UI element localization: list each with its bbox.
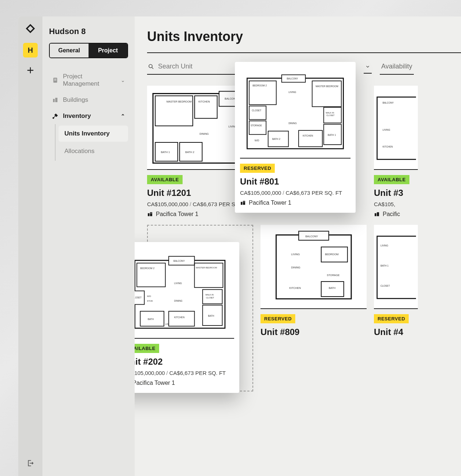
app-window: H Hudson 8 General Project Project Manag… <box>18 16 461 476</box>
unit-name: Unit #202 <box>135 357 234 367</box>
svg-text:BEDROOM: BEDROOM <box>325 253 338 256</box>
svg-rect-31 <box>377 212 379 216</box>
svg-text:BATH: BATH <box>329 287 336 290</box>
unit-name: Unit #4 <box>374 327 418 337</box>
page-title: Units Inventory <box>147 29 461 44</box>
document-icon <box>52 77 59 83</box>
floorplan-thumb: BALCONY LIVING BEDROOM DINING STORAGE KI… <box>261 225 367 309</box>
add-project-button[interactable] <box>26 66 34 74</box>
svg-text:BALCONY: BALCONY <box>382 102 394 104</box>
sidebar-tabs: General Project <box>49 43 128 58</box>
unit-card[interactable]: BALCONY LIVING KITCHEN AVAILABLE Unit #3… <box>374 86 418 217</box>
svg-rect-32 <box>276 235 351 299</box>
svg-text:WALK-IN: WALK-IN <box>326 112 334 114</box>
sidebar-item-label: Buildings <box>63 96 88 104</box>
unit-building: Pacifica Tower 1 <box>135 380 234 386</box>
svg-text:LIVING: LIVING <box>381 244 388 247</box>
svg-text:BATH 2: BATH 2 <box>185 151 194 154</box>
building-icon <box>147 211 153 217</box>
svg-rect-4 <box>54 80 56 81</box>
svg-text:CLOSET: CLOSET <box>326 114 335 116</box>
unit-card[interactable]: BALCONY LIVING BEDROOM DINING STORAGE KI… <box>261 225 367 340</box>
unit-name: Unit #809 <box>261 327 367 337</box>
svg-text:LIN.: LIN. <box>165 323 169 325</box>
availability-filter[interactable] <box>364 62 372 74</box>
svg-rect-24 <box>150 213 151 213</box>
svg-text:BATH: BATH <box>208 315 214 317</box>
svg-text:BALCONY: BALCONY <box>305 235 318 238</box>
chevron-up-icon: ⌃ <box>121 113 125 119</box>
svg-text:LIVING: LIVING <box>174 282 182 285</box>
tools-icon <box>52 113 59 119</box>
unit-card[interactable]: LIVING BATH 1 CLOSET RESERVED Unit #4 <box>374 225 418 340</box>
project-switcher[interactable]: H <box>23 43 38 57</box>
building-icon <box>374 211 380 217</box>
chevron-down-icon <box>365 64 370 69</box>
unit-price: CA$105, <box>374 201 418 207</box>
buildings-icon <box>52 97 59 103</box>
sidebar-item-allocations[interactable]: Allocations <box>59 143 128 159</box>
svg-text:CLOSET: CLOSET <box>252 109 261 112</box>
project-letter: H <box>28 46 33 55</box>
svg-rect-6 <box>55 98 57 102</box>
svg-text:KITCHEN: KITCHEN <box>382 145 393 148</box>
filter-label: Availability <box>381 63 412 70</box>
project-title: Hudson 8 <box>49 27 128 36</box>
svg-text:KITCHEN: KITCHEN <box>198 100 210 103</box>
divider <box>147 52 461 53</box>
search-input[interactable] <box>158 63 234 70</box>
svg-rect-23 <box>150 212 152 216</box>
unit-building: Pacifica Tower 1 <box>240 200 351 206</box>
sidebar-item-buildings[interactable]: Buildings <box>49 92 128 108</box>
svg-text:BEDROOM 2: BEDROOM 2 <box>252 84 267 87</box>
status-badge: AVAILABLE <box>374 175 409 184</box>
floorplan-thumb: BALCONY LIVING KITCHEN <box>374 86 418 170</box>
svg-text:LIVING: LIVING <box>291 253 300 256</box>
chevron-down-icon: ⌄ <box>121 77 125 83</box>
unit-building: Pacific <box>374 211 418 217</box>
sidebar-item-project-management[interactable]: Project Management ⌄ <box>49 68 128 92</box>
building-icon <box>240 200 246 206</box>
sidebar-item-label: Inventory <box>63 112 91 120</box>
svg-text:MASTER BEDROOM: MASTER BEDROOM <box>316 85 338 88</box>
svg-rect-25 <box>151 213 151 213</box>
sidebar-item-inventory[interactable]: Inventory ⌃ <box>49 108 128 124</box>
svg-text:KITCHEN: KITCHEN <box>289 287 300 290</box>
svg-rect-71 <box>243 201 245 205</box>
availability-filter-label[interactable]: Availability <box>380 60 414 75</box>
svg-text:CLOSET: CLOSET <box>381 285 390 287</box>
sidebar: Hudson 8 General Project Project Managem… <box>42 16 135 476</box>
svg-text:LIVING: LIVING <box>288 91 296 93</box>
svg-text:DINING: DINING <box>174 300 183 302</box>
logout-icon[interactable] <box>26 459 34 467</box>
svg-rect-72 <box>243 202 244 202</box>
tab-general[interactable]: General <box>50 44 89 57</box>
svg-text:BATH 2: BATH 2 <box>272 138 281 140</box>
search-field[interactable] <box>147 60 235 75</box>
svg-text:MASTER BEDROOM: MASTER BEDROOM <box>196 267 217 269</box>
svg-point-8 <box>149 64 152 68</box>
svg-text:DINING: DINING <box>199 133 209 136</box>
status-badge: AVAILABLE <box>147 175 183 184</box>
svg-text:BATH 1: BATH 1 <box>328 134 336 136</box>
svg-text:WALK-IN: WALK-IN <box>205 294 214 296</box>
tab-project[interactable]: Project <box>89 44 127 57</box>
svg-text:BEDROOM 2: BEDROOM 2 <box>140 267 154 269</box>
svg-text:BATH: BATH <box>148 318 154 320</box>
svg-text:LIVING: LIVING <box>382 129 390 131</box>
svg-rect-70 <box>241 202 243 205</box>
unit-name: Unit #3 <box>374 188 418 198</box>
unit-price: CA$105,000,000/CA$6,673 PER SQ. FT <box>240 190 351 196</box>
sidebar-item-units-inventory[interactable]: Units Inventory <box>59 126 128 142</box>
svg-rect-30 <box>375 213 376 216</box>
nav-rail: H <box>18 16 42 476</box>
main-content: Units Inventory Availability <box>135 16 461 476</box>
svg-text:BATH 1: BATH 1 <box>381 264 389 267</box>
svg-rect-5 <box>53 99 55 102</box>
svg-rect-73 <box>244 202 244 202</box>
svg-point-7 <box>53 118 54 119</box>
unit-card-elevated[interactable]: BALCONY BEDROOM 2 MASTER BEDROOM LIVING … <box>135 242 239 393</box>
status-badge: RESERVED <box>374 314 409 323</box>
status-badge: RESERVED <box>261 314 295 323</box>
unit-card-elevated[interactable]: BALCONY BEDROOM 2 LIVING MASTER BEDROOM … <box>235 62 356 213</box>
